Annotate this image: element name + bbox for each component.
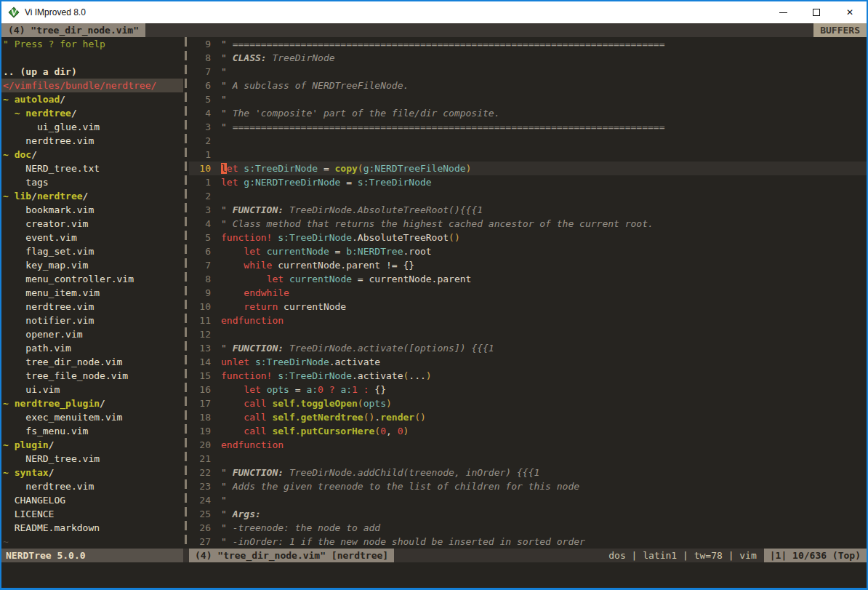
tree-file-item[interactable]: tree_file_node.vim [1,369,183,383]
code-line[interactable]: 13" FUNCTION: TreeDirNode.activate([opti… [189,341,867,355]
code-line[interactable]: 4" The 'composite' part of the file/dir … [189,106,867,120]
code-line[interactable]: 3" =====================================… [189,120,867,134]
tree-file-item[interactable]: NERD_tree.txt [1,162,183,175]
code-line[interactable]: 9" =====================================… [189,37,867,51]
line-number: 8 [189,51,211,65]
code-token: " [221,343,233,354]
command-line[interactable] [1,562,867,588]
tree-file-item[interactable]: menu_item.vim [1,286,183,300]
code-token: " -treenode: the node to add [221,522,380,533]
code-line[interactable]: 7 while currentNode.parent != {} [189,258,867,272]
tree-dir-item[interactable]: ~ nerdtree_plugin/ [1,396,183,410]
line-number: 9 [189,286,211,300]
tab-active-buffer[interactable]: (4) "tree_dir_node.vim" [1,23,145,37]
tree-file-item[interactable]: tags [1,175,183,189]
close-button[interactable]: ✕ [833,1,867,23]
tree-file-item[interactable]: nerdtree.vim [1,134,183,148]
code-line[interactable]: 11endfunction [189,314,867,327]
tree-file-item[interactable]: path.vim [1,341,183,355]
tree-dir-item[interactable]: ~ lib/nerdtree/ [1,189,183,203]
line-number: 14 [189,355,211,369]
code-token: " [221,509,233,519]
code-token: call [244,412,266,423]
code-line[interactable]: 27" -inOrder: 1 if the new node should b… [189,535,867,549]
tree-row: ~ [1,535,183,549]
code-line[interactable]: 25" Args: [189,507,867,521]
tree-file-item[interactable]: README.markdown [1,521,183,535]
tree-row [1,51,183,65]
code-line[interactable]: 6" A subclass of NERDTreeFileNode. [189,79,867,92]
code-line[interactable]: 7" [189,65,867,79]
nerdtree-statusline: NERDTree 5.0.0 [1,549,183,562]
tree-row[interactable]: " Press ? for help [1,37,183,51]
code-line[interactable]: 12 [189,327,867,341]
code-line[interactable]: 2 [189,134,867,148]
maximize-button[interactable] [800,1,833,23]
code-line[interactable]: 14unlet s:TreeDirNode.activate [189,355,867,369]
tree-file-item[interactable]: menu_controller.vim [1,272,183,286]
tree-file-item[interactable]: fs_menu.vim [1,424,183,438]
code-line[interactable]: 26" -treenode: the node to add [189,521,867,535]
tree-file-item[interactable]: nerdtree.vim [1,300,183,314]
code-line[interactable]: 10 return currentNode [189,300,867,314]
tree-dir-item[interactable]: ~ nerdtree/ [1,106,183,120]
code-line[interactable]: 3" FUNCTION: TreeDirNode.AbsoluteTreeRoo… [189,203,867,217]
code-line[interactable]: 24" [189,493,867,507]
tree-file-item[interactable]: CHANGELOG [1,493,183,507]
code-line[interactable]: 1 [189,148,867,162]
code-text: " FUNCTION: TreeDirNode.AbsoluteTreeRoot… [211,203,483,217]
tabline: (4) "tree_dir_node.vim" BUFFERS [1,23,867,37]
code-line[interactable]: 5" [189,92,867,106]
code-line[interactable]: 8 let currentNode = currentNode.parent [189,272,867,286]
code-text: endfunction [211,314,284,327]
code-line[interactable]: 21 [189,452,867,466]
code-line[interactable]: 5function! s:TreeDirNode.AbsoluteTreeRoo… [189,231,867,244]
tree-file-item[interactable]: event.vim [1,231,183,244]
code-line[interactable]: 4" Class method that returns the highest… [189,217,867,231]
tree-item-text: / [49,439,55,450]
tree-file-item[interactable]: bookmark.vim [1,203,183,217]
code-line[interactable]: 17 call self.toggleOpen(opts) [189,396,867,410]
code-token: call [244,426,266,436]
code-line[interactable]: 6 let currentNode = b:NERDTree.root [189,244,867,258]
code-line[interactable]: 1let g:NERDTreeDirNode = s:TreeDirNode [189,175,867,189]
minimize-button[interactable] [766,1,800,23]
code-line[interactable]: 23" Adds the given treenode to the list … [189,479,867,493]
code-line[interactable]: 19 call self.putCursorHere(0, 0) [189,424,867,438]
code-line[interactable]: 2 [189,189,867,203]
tree-dir-item[interactable]: ~ autoload/ [1,92,183,106]
tree-dir-item[interactable]: ~ syntax/ [1,466,183,479]
tree-file-item[interactable]: LICENCE [1,507,183,521]
code-line[interactable]: 18 call self.getNerdtree().render() [189,410,867,424]
code-line[interactable]: 9 endwhile [189,286,867,300]
tree-file-item[interactable]: ui_glue.vim [1,120,183,134]
code-token: () [363,412,375,423]
code-line[interactable]: 16 let opts = a:0 ? a:1 : {} [189,383,867,396]
code-line[interactable]: 15function! s:TreeDirNode.activate(...) [189,369,867,383]
tabline-fill [145,23,813,37]
tree-file-item[interactable]: exec_menuitem.vim [1,410,183,424]
tree-file-item[interactable]: flag_set.vim [1,244,183,258]
tree-file-item[interactable]: opener.vim [1,327,183,341]
code-text: " Adds the given treenode to the list of… [211,479,579,493]
tree-dir-item[interactable]: ~ plugin/ [1,438,183,452]
window-split-divider[interactable] [183,37,189,549]
tree-dir-item[interactable]: ~ doc/ [1,148,183,162]
code-line[interactable]: 8" CLASS: TreeDirNode [189,51,867,65]
code-line[interactable]: 22" FUNCTION: TreeDirNode.addChild(treen… [189,466,867,479]
buffers-tab[interactable]: BUFFERS [813,23,867,37]
code-text: let currentNode = b:NERDTree.root [211,244,432,258]
line-number: 1 [189,148,211,162]
code-line-current[interactable]: 10let s:TreeDirNode = copy(g:NERDTreeFil… [189,162,867,175]
tree-file-item[interactable]: tree_dir_node.vim [1,355,183,369]
tree-file-item[interactable]: notifier.vim [1,314,183,327]
code-text: function! s:TreeDirNode.activate(...) [211,369,432,383]
tree-file-item[interactable]: ui.vim [1,383,183,396]
tree-file-item[interactable]: creator.vim [1,217,183,231]
code-line[interactable]: 20endfunction [189,438,867,452]
tree-root-path[interactable]: </vimfiles/bundle/nerdtree/ [1,79,183,92]
tree-row[interactable]: .. (up a dir) [1,65,183,79]
tree-file-item[interactable]: key_map.vim [1,258,183,272]
tree-file-item[interactable]: nerdtree.vim [1,479,183,493]
tree-file-item[interactable]: NERD_tree.vim [1,452,183,466]
